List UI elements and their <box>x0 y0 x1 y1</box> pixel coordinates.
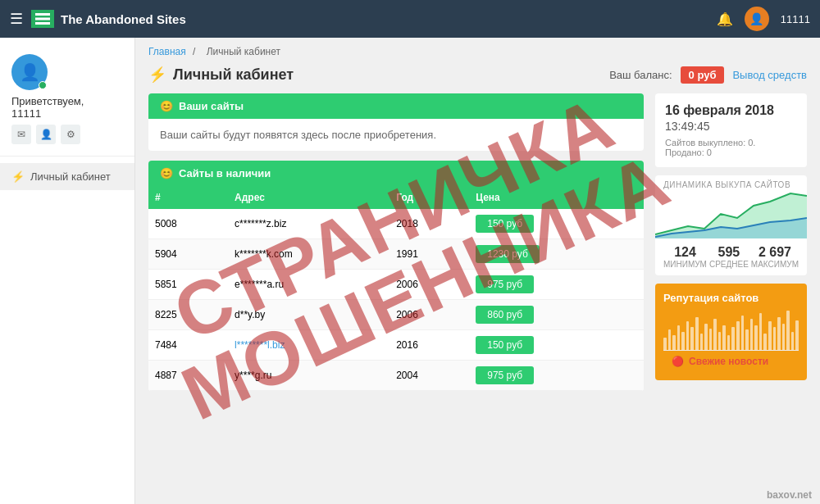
bar <box>795 320 799 350</box>
bell-icon[interactable]: 🔔 <box>717 11 733 27</box>
table-row: 8225 d**y.by 2006 860 руб <box>148 300 644 330</box>
bar <box>690 327 694 350</box>
buy-button[interactable]: 150 руб <box>476 336 534 354</box>
site-address: k*******k.com <box>228 239 390 270</box>
site-id: 8225 <box>148 300 228 330</box>
user-icon-btn[interactable]: 👤 <box>36 125 56 144</box>
bar <box>777 317 781 350</box>
two-col-layout: 😊 Ваши сайты Ваши сайты будут появятся з… <box>148 93 807 401</box>
bar <box>741 316 745 350</box>
page-title-text: Личный кабинет <box>173 66 294 84</box>
sidebar-username: 11111 <box>11 107 123 120</box>
withdraw-button[interactable]: Вывод средств <box>732 69 807 81</box>
bar <box>681 332 685 350</box>
table-row: 4887 y****g.ru 2004 975 руб <box>148 361 644 391</box>
sidebar-item-cabinet[interactable]: ⚡ Личный кабинет <box>0 163 134 190</box>
news-label: Свежие новости <box>689 356 768 367</box>
news-header: 🔴 Свежие новости <box>663 350 799 372</box>
stat-min-label: МИНИМУМ <box>663 260 707 269</box>
rep-panel: Репутация сайтов 🔴 Свежие новости <box>655 284 807 380</box>
page-header: ⚡ Личный кабинет Ваш баланс: 0 руб Вывод… <box>148 66 807 84</box>
settings-icon-btn[interactable]: ⚙ <box>61 125 80 144</box>
content: Главная / Личный кабинет ⚡ Личный кабине… <box>135 38 820 504</box>
table-row: 7484 l********l.biz 2016 150 руб <box>148 330 644 361</box>
breadcrumb-home[interactable]: Главная <box>148 46 186 57</box>
table-row: 5904 k*******k.com 1991 1230 руб <box>148 239 644 270</box>
bar <box>750 319 754 350</box>
available-sites-title: Сайты в наличии <box>179 167 271 179</box>
bar <box>668 329 672 350</box>
bar <box>773 327 777 350</box>
site-year: 2016 <box>390 330 469 361</box>
bar <box>731 327 735 350</box>
my-sites-panel: 😊 Ваши сайты Ваши сайты будут появятся з… <box>148 93 644 151</box>
site-price: 975 руб <box>469 361 644 391</box>
table-row: 5008 c*******z.biz 2018 150 руб <box>148 209 644 239</box>
smile2-icon: 😊 <box>160 167 173 179</box>
sidebar-icons: ✉ 👤 ⚙ <box>11 125 123 144</box>
svg-rect-1 <box>35 18 50 20</box>
stat-bought-sold: Сайтов выкуплено: 0. Продано: 0 <box>665 138 797 157</box>
col-price: Цена <box>469 186 644 209</box>
sidebar: 👤 Приветствуем, 11111 ✉ 👤 ⚙ ⚡ Личный каб… <box>0 38 135 504</box>
stat-max-label: МАКСИМУМ <box>751 260 799 269</box>
sidebar-item-label: Личный кабинет <box>30 170 111 183</box>
stat-min-value: 124 <box>663 245 707 260</box>
site-address: c*******z.biz <box>228 209 390 239</box>
site-id: 7484 <box>148 330 228 361</box>
bar <box>768 321 772 350</box>
site-id: 5851 <box>148 270 228 300</box>
bar <box>786 311 790 350</box>
breadcrumb: Главная / Личный кабинет <box>148 46 807 57</box>
balance-area: Ваш баланс: 0 руб Вывод средств <box>609 66 807 84</box>
sites-table: # Адрес Год Цена 5008 c*******z.biz 2018… <box>148 186 644 391</box>
col-address: Адрес <box>228 186 390 209</box>
site-price: 1230 руб <box>469 239 644 270</box>
site-year: 2006 <box>390 270 469 300</box>
buy-button[interactable]: 150 руб <box>476 215 534 233</box>
site-price: 150 руб <box>469 330 644 361</box>
line-chart <box>655 189 807 238</box>
site-address: y****g.ru <box>228 361 390 391</box>
buy-button[interactable]: 975 руб <box>476 275 534 293</box>
my-sites-body: Ваши сайты будут появятся здесь после пр… <box>148 119 644 151</box>
pulse-icon: ⚡ <box>148 66 166 84</box>
bar <box>727 335 731 350</box>
site-price: 860 руб <box>469 300 644 330</box>
bar <box>700 334 704 350</box>
chart-label: ДИНАМИКА ВЫКУПА САЙТОВ <box>655 175 807 189</box>
site-id: 5904 <box>148 239 228 270</box>
bar <box>782 324 786 350</box>
online-dot <box>39 81 47 89</box>
buy-button[interactable]: 1230 руб <box>476 245 540 263</box>
buy-button[interactable]: 860 руб <box>476 306 534 324</box>
avatar: 👤 <box>11 54 48 90</box>
available-sites-panel: 😊 Сайты в наличии # Адрес Год Цена <box>148 161 644 391</box>
bar <box>754 325 758 350</box>
stat-avg: 595 СРЕДНЕЕ <box>709 245 749 269</box>
mail-icon-btn[interactable]: ✉ <box>11 125 31 144</box>
fire-icon: 🔴 <box>672 356 684 367</box>
site-link[interactable]: l********l.biz <box>235 339 285 351</box>
breadcrumb-current: Личный кабинет <box>207 46 280 57</box>
balance-value: 0 руб <box>681 66 725 84</box>
bar-chart <box>663 309 799 350</box>
sidebar-greeting: Приветствуем, <box>11 95 123 107</box>
site-address: l********l.biz <box>228 330 390 361</box>
navbar-right: 🔔 👤 11111 <box>717 7 810 31</box>
bar <box>704 324 708 350</box>
bar <box>677 325 681 350</box>
site-id: 5008 <box>148 209 228 239</box>
hamburger-icon[interactable]: ☰ <box>10 10 23 28</box>
chart-area: ДИНАМИКА ВЫКУПА САЙТОВ 124 МИНИМУМ <box>655 175 807 275</box>
stat-date: 16 февраля 2018 <box>665 103 797 118</box>
nav-username: 11111 <box>781 13 810 25</box>
brand-title: The Abandoned Sites <box>61 12 186 26</box>
svg-rect-2 <box>35 22 50 25</box>
bar <box>791 332 795 350</box>
site-year: 2018 <box>390 209 469 239</box>
buy-button[interactable]: 975 руб <box>476 366 534 384</box>
main-layout: 👤 Приветствуем, 11111 ✉ 👤 ⚙ ⚡ Личный каб… <box>0 38 820 504</box>
site-year: 2004 <box>390 361 469 391</box>
bar <box>695 317 699 350</box>
